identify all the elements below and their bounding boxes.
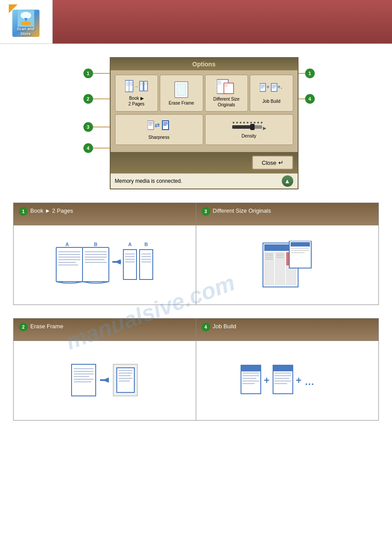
erase-frame-label: Erase Frame [169,100,194,106]
svg-point-47 [233,122,234,123]
section-1-num: 1 [19,207,28,216]
svg-rect-28 [260,83,266,91]
different-size-button[interactable]: Different Size Originals [205,75,248,112]
callout-line-3 [93,127,110,127]
callout-dot-r1: 1 [305,69,315,78]
density-button[interactable]: ▶ Density [205,114,293,145]
callout-dot-r4: 4 [305,94,315,104]
section-3-header: 3 Different Size Originals [196,203,379,225]
svg-text:▶: ▶ [263,126,266,131]
different-size-icon [217,79,236,94]
options-grid-row1: → Book ▶2 Pages [115,75,293,112]
options-body: → Book ▶2 Pages [111,70,298,152]
svg-text:+: + [266,84,270,90]
svg-text:A: A [65,242,69,247]
svg-point-50 [243,122,245,123]
logo-icon: Scan and Store [9,4,44,40]
section-4-label: Job Build [213,322,236,330]
callout-dot-4: 4 [83,143,93,153]
svg-point-55 [261,122,263,123]
options-footer: Close ↵ [111,152,298,173]
svg-text:B: B [144,242,148,247]
header: Scan and Store [0,0,392,44]
section-2-header: 2 Erase Frame [14,319,196,341]
close-button-label: Close [262,160,276,166]
svg-rect-116 [100,379,109,381]
svg-rect-57 [232,125,252,129]
svg-text:+: + [264,375,270,386]
sharpness-icon: ⇄ [147,120,170,133]
callout-dot-3: 3 [83,122,93,132]
options-title-text: Options [192,61,216,68]
section-3-body [196,225,379,305]
book-2-pages-button[interactable]: → Book ▶2 Pages [115,75,158,112]
erase-frame-illustration [69,361,140,400]
close-button[interactable]: Close ↵ [252,156,293,170]
sections-row1: 1 Book ► 2 Pages 3 Different Size Origin… [13,203,379,225]
svg-text:→: → [134,84,139,89]
svg-text:⇄: ⇄ [155,122,160,129]
svg-rect-20 [177,84,186,95]
svg-rect-77 [112,261,121,263]
callout-line-2 [93,98,110,99]
svg-text:…: … [305,376,314,387]
svg-point-53 [254,122,255,123]
different-size-label: Different Size Originals [207,96,246,108]
logo-area: Scan and Store [0,0,53,44]
section-1-label: Book ► 2 Pages [30,207,73,214]
svg-point-54 [257,122,259,123]
status-text: Memory media is connected. [115,178,182,184]
svg-point-1 [21,12,31,19]
illus-row1: A B A B [13,225,379,305]
svg-text:B: B [94,242,97,247]
logo-box: Scan and Store [12,10,40,37]
density-icon: ▶ [231,121,266,131]
section-3-label: Different Size Originals [213,207,271,214]
callout-line-4 [93,148,110,149]
section-3-num: 3 [201,207,210,216]
svg-rect-3 [21,22,31,25]
svg-text:A: A [128,242,132,247]
density-label: Density [241,133,256,139]
status-eject-button[interactable]: ▲ [282,175,293,187]
section-2-num: 2 [19,323,28,331]
callout-dot-2: 2 [83,94,93,104]
svg-point-51 [247,122,248,123]
svg-rect-14 [144,81,147,91]
diff-size-illustration [261,241,313,289]
logo-text2: Store [21,32,31,36]
svg-text:+…: +… [277,84,283,90]
book-2pages-illustration: A B A B [54,241,155,289]
svg-point-48 [236,122,238,123]
section-spacer [13,305,379,318]
close-enter-icon: ↵ [278,159,284,166]
section-4-body: + + … [196,341,379,420]
svg-rect-60 [56,247,83,282]
job-build-button[interactable]: + +… Job Build [250,75,293,112]
svg-point-52 [250,122,252,123]
sections-row2: 2 Erase Frame 4 Job Build [13,318,379,341]
svg-text:+: + [296,375,302,386]
sharpness-button[interactable]: ⇄ Sharpness [115,114,203,145]
job-build-icon: + +… [260,83,283,97]
svg-point-49 [240,122,241,123]
book-2-pages-label: Book ▶2 Pages [128,95,144,107]
svg-rect-61 [83,247,109,282]
dialog-area: 1 2 3 4 1 4 Options [76,57,317,189]
svg-rect-108 [72,364,96,396]
section-2-container: 2 Erase Frame [14,319,196,341]
erase-frame-button[interactable]: Erase Frame [160,75,203,112]
job-build-label: Job Build [263,98,281,104]
options-grid-row2: ⇄ Sharpness [115,114,293,145]
section-3-container: 3 Different Size Originals [196,203,379,225]
logo-text: Scan and [17,27,34,32]
erase-frame-icon [174,81,189,98]
sharpness-label: Sharpness [148,134,169,140]
svg-rect-13 [140,81,143,91]
section-4-header: 4 Job Build [196,319,379,341]
options-title-bar: Options [111,58,298,70]
lower-sections: 1 Book ► 2 Pages 3 Different Size Origin… [13,203,379,421]
section-1-header: 1 Book ► 2 Pages [14,203,196,225]
illus-row2: + + … [13,341,379,421]
section-1-body: A B A B [14,225,196,305]
